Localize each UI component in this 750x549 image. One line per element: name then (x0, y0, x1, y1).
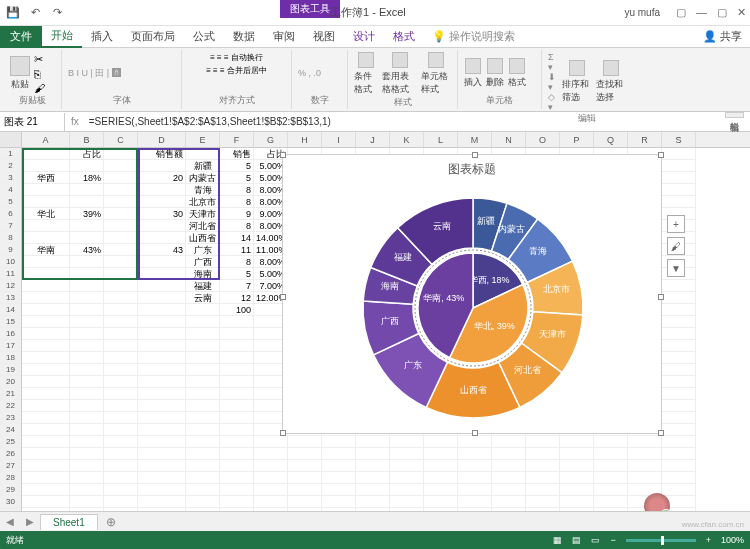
formula-bar: 图表 21 fx =SERIES(,Sheet1!$A$2:$A$13,Shee… (0, 112, 750, 132)
watermark: www.cfan.com.cn (682, 520, 744, 529)
svg-text:青海: 青海 (529, 246, 547, 256)
worksheet[interactable]: ABCDEFGHIJKLMNOPQRS 12345678910111213141… (0, 132, 750, 512)
tab-formulas[interactable]: 公式 (184, 26, 224, 48)
tab-nav-next[interactable]: ▶ (20, 516, 40, 527)
svg-text:天津市: 天津市 (539, 329, 566, 339)
save-icon[interactable]: 💾 (6, 6, 20, 20)
row-headers: 1234567891011121314151617181920212223242… (0, 148, 22, 512)
zoom-slider[interactable] (626, 539, 696, 542)
title-bar: 💾 ↶ ↷ 图表工具 工作簿1 - Excel yu mufa ▢ — ▢ ✕ (0, 0, 750, 26)
edit-bar-label: 编辑栏 (725, 112, 744, 118)
tab-page-layout[interactable]: 页面布局 (122, 26, 184, 48)
tab-data[interactable]: 数据 (224, 26, 264, 48)
tab-format[interactable]: 格式 (384, 26, 424, 48)
svg-text:华北, 39%: 华北, 39% (474, 321, 515, 331)
copy-icon[interactable]: ⎘ (34, 68, 45, 80)
ribbon-tabs: 文件 开始 插入 页面布局 公式 数据 审阅 视图 设计 格式 💡 操作说明搜索… (0, 26, 750, 48)
chart-svg: 华西, 18%华北, 39%华南, 43%新疆内蒙古青海北京市天津市河北省山西省… (283, 178, 663, 433)
svg-text:华南, 43%: 华南, 43% (423, 293, 464, 303)
conditional-format-button[interactable]: 条件格式 (354, 52, 378, 96)
chart-object[interactable]: 图表标题 华西, 18%华北, 39%华南, 43%新疆内蒙古青海北京市天津市河… (282, 154, 662, 434)
svg-text:内蒙古: 内蒙古 (498, 224, 525, 234)
cells-area[interactable]: 占比销售额销售占比新疆55.00%华西18%20内蒙古55.00%青海88.00… (22, 148, 750, 512)
undo-icon[interactable]: ↶ (28, 6, 42, 20)
maximize-icon[interactable]: ▢ (717, 6, 727, 19)
svg-text:海南: 海南 (381, 281, 399, 291)
close-icon[interactable]: ✕ (737, 6, 746, 19)
find-select-button[interactable]: 查找和选择 (596, 60, 626, 104)
svg-text:河北省: 河北省 (514, 365, 541, 375)
minimize-icon[interactable]: — (696, 6, 707, 19)
document-title: 工作簿1 - Excel (330, 5, 406, 20)
status-bar: 就绪 ▦ ▤ ▭ − + 100% (0, 531, 750, 549)
ribbon-options-icon[interactable]: ▢ (676, 6, 686, 19)
view-break-icon[interactable]: ▭ (591, 535, 600, 545)
quick-access-toolbar: 💾 ↶ ↷ (0, 6, 64, 20)
sheet-tab-bar: ◀ ▶ Sheet1 ⊕ (0, 511, 750, 531)
window-buttons: ▢ — ▢ ✕ (676, 6, 746, 19)
svg-text:广西: 广西 (381, 316, 399, 326)
svg-text:福建: 福建 (394, 252, 412, 262)
sheet-tab[interactable]: Sheet1 (40, 514, 98, 530)
paste-button[interactable]: 粘贴 (10, 56, 30, 91)
svg-text:山西省: 山西省 (460, 385, 487, 395)
formula-input[interactable]: =SERIES(,Sheet1!$A$2:$A$13,Sheet1!$B$2:$… (85, 116, 750, 127)
chart-filters-button[interactable]: ▼ (667, 259, 685, 277)
format-painter-icon[interactable]: 🖌 (34, 82, 45, 94)
name-box[interactable]: 图表 21 (0, 113, 65, 131)
ribbon: 粘贴✂⎘🖌剪贴板 B I U | 田 | 🅰字体 ≡ ≡ ≡ 自动换行≡ ≡ ≡… (0, 48, 750, 112)
user-name[interactable]: yu mufa (624, 7, 660, 18)
tab-nav-prev[interactable]: ◀ (0, 516, 20, 527)
tab-design[interactable]: 设计 (344, 26, 384, 48)
fx-icon[interactable]: fx (65, 116, 85, 127)
insert-cells-button[interactable]: 插入 (464, 58, 482, 89)
svg-text:北京市: 北京市 (543, 284, 570, 294)
share-button[interactable]: 👤 共享 (703, 29, 742, 44)
tell-me[interactable]: 💡 操作说明搜索 (432, 29, 515, 44)
sort-filter-button[interactable]: 排序和筛选 (562, 60, 592, 104)
tab-file[interactable]: 文件 (0, 26, 42, 48)
tab-view[interactable]: 视图 (304, 26, 344, 48)
cut-icon[interactable]: ✂ (34, 53, 45, 66)
chart-elements-button[interactable]: + (667, 215, 685, 233)
tab-home[interactable]: 开始 (42, 26, 82, 48)
chart-quick-buttons: + 🖌 ▼ (667, 215, 685, 277)
zoom-in-button[interactable]: + (706, 535, 711, 545)
svg-text:新疆: 新疆 (477, 216, 495, 226)
svg-text:云南: 云南 (433, 221, 451, 231)
view-layout-icon[interactable]: ▤ (572, 535, 581, 545)
column-headers: ABCDEFGHIJKLMNOPQRS (0, 132, 750, 148)
zoom-level[interactable]: 100% (721, 535, 744, 545)
zoom-out-button[interactable]: − (610, 535, 615, 545)
format-cells-button[interactable]: 格式 (508, 58, 526, 89)
tab-insert[interactable]: 插入 (82, 26, 122, 48)
redo-icon[interactable]: ↷ (50, 6, 64, 20)
svg-text:广东: 广东 (404, 360, 422, 370)
status-ready: 就绪 (6, 534, 24, 547)
delete-cells-button[interactable]: 删除 (486, 58, 504, 89)
tab-review[interactable]: 审阅 (264, 26, 304, 48)
svg-text:华西, 18%: 华西, 18% (469, 275, 510, 285)
cell-style-button[interactable]: 单元格样式 (421, 52, 451, 96)
view-normal-icon[interactable]: ▦ (553, 535, 562, 545)
chart-styles-button[interactable]: 🖌 (667, 237, 685, 255)
table-format-button[interactable]: 套用表格格式 (382, 52, 418, 96)
chart-title[interactable]: 图表标题 (283, 155, 661, 178)
add-sheet-button[interactable]: ⊕ (98, 515, 124, 529)
select-all-corner[interactable] (0, 132, 22, 147)
